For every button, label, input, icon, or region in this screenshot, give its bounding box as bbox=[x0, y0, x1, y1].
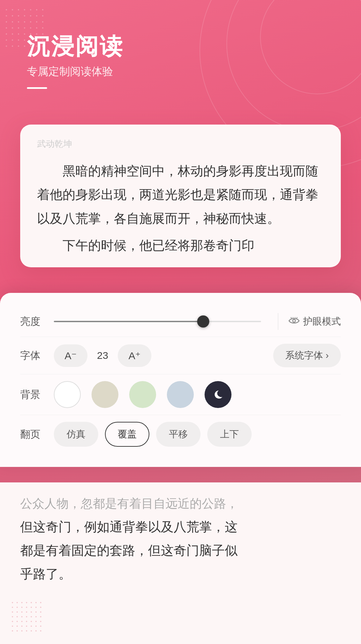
page-subtitle: 专属定制阅读体验 bbox=[27, 64, 124, 79]
page-turn-label: 翻页 bbox=[20, 428, 47, 441]
font-family-label: 系统字体 bbox=[285, 349, 323, 362]
bottom-reading-content: 公众人物，忽都是有着目自远近的公路， 但这奇门，例如通背拳以及八荒掌，这 都是有… bbox=[0, 482, 361, 644]
page-turn-vertical[interactable]: 上下 bbox=[207, 422, 252, 447]
background-label: 背景 bbox=[20, 388, 47, 402]
slider-thumb[interactable] bbox=[197, 315, 209, 328]
settings-panel: 亮度 护眼模式 bbox=[0, 293, 361, 467]
bottom-line-3: 乎路了。 bbox=[20, 562, 341, 586]
svg-point-0 bbox=[293, 319, 295, 322]
page-turn-options: 仿真 覆盖 平移 上下 bbox=[54, 422, 341, 447]
reader-paragraph-1: 黑暗的精神空间中，林动的身影再度出现而随着他的身影出现，两道光影也是紧随而现，通… bbox=[37, 159, 324, 230]
slider-track bbox=[54, 321, 261, 322]
header-section: 沉浸阅读 专属定制阅读体验 bbox=[27, 34, 124, 89]
reader-paragraph-2: 下午的时候，他已经将那卷奇门印 bbox=[37, 234, 324, 257]
vertical-divider bbox=[278, 313, 278, 330]
bottom-dots-decoration bbox=[10, 600, 44, 634]
bottom-line-2: 都是有着固定的套路，但这奇门脑子似 bbox=[20, 539, 341, 562]
bottom-line-1: 但这奇门，例如通背拳以及八荒掌，这 bbox=[20, 515, 341, 539]
chevron-right-icon: › bbox=[326, 350, 329, 361]
reader-card: 武动乾坤 黑暗的精神空间中，林动的身影再度出现而随着他的身影出现，两道光影也是紧… bbox=[20, 125, 341, 267]
font-label: 字体 bbox=[20, 349, 47, 363]
header-divider bbox=[27, 87, 47, 89]
eye-mode-label: 护眼模式 bbox=[303, 315, 341, 328]
brightness-row: 亮度 护眼模式 bbox=[20, 306, 341, 337]
book-title: 武动乾坤 bbox=[37, 138, 324, 150]
reader-content: 黑暗的精神空间中，林动的身影再度出现而随着他的身影出现，两道光影也是紧随而现，通… bbox=[37, 159, 324, 257]
page-turn-slide[interactable]: 平移 bbox=[156, 422, 201, 447]
bottom-text: 公众人物，忽都是有着目自远近的公路， 但这奇门，例如通背拳以及八荒掌，这 都是有… bbox=[20, 493, 341, 586]
bg-option-beige[interactable] bbox=[92, 381, 118, 408]
bg-option-blue[interactable] bbox=[167, 381, 194, 408]
page-turn-row: 翻页 仿真 覆盖 平移 上下 bbox=[20, 415, 341, 453]
background-row: 背景 bbox=[20, 374, 341, 415]
font-row: 字体 A⁻ 23 A⁺ 系统字体 › bbox=[20, 337, 341, 374]
eye-mode-toggle[interactable]: 护眼模式 bbox=[288, 315, 341, 328]
background-options bbox=[54, 381, 341, 408]
font-controls: A⁻ 23 A⁺ 系统字体 › bbox=[54, 344, 341, 367]
page-turn-simulated[interactable]: 仿真 bbox=[54, 422, 98, 447]
bg-option-white[interactable] bbox=[54, 381, 81, 408]
font-increase-button[interactable]: A⁺ bbox=[118, 344, 151, 367]
font-size-value: 23 bbox=[94, 350, 111, 361]
page-turn-cover[interactable]: 覆盖 bbox=[105, 422, 149, 447]
page-title: 沉浸阅读 bbox=[27, 34, 124, 59]
svg-line-1 bbox=[291, 317, 291, 318]
svg-line-4 bbox=[297, 317, 297, 318]
brightness-slider[interactable] bbox=[54, 321, 261, 322]
bg-option-dark[interactable] bbox=[205, 381, 231, 408]
bg-option-green[interactable] bbox=[129, 381, 156, 408]
eye-icon bbox=[288, 316, 300, 327]
slider-fill bbox=[54, 321, 203, 322]
font-decrease-button[interactable]: A⁻ bbox=[54, 344, 87, 367]
brightness-label: 亮度 bbox=[20, 315, 47, 329]
partial-line: 公众人物，忽都是有着目自远近的公路， bbox=[20, 493, 341, 515]
font-family-button[interactable]: 系统字体 › bbox=[273, 344, 341, 367]
